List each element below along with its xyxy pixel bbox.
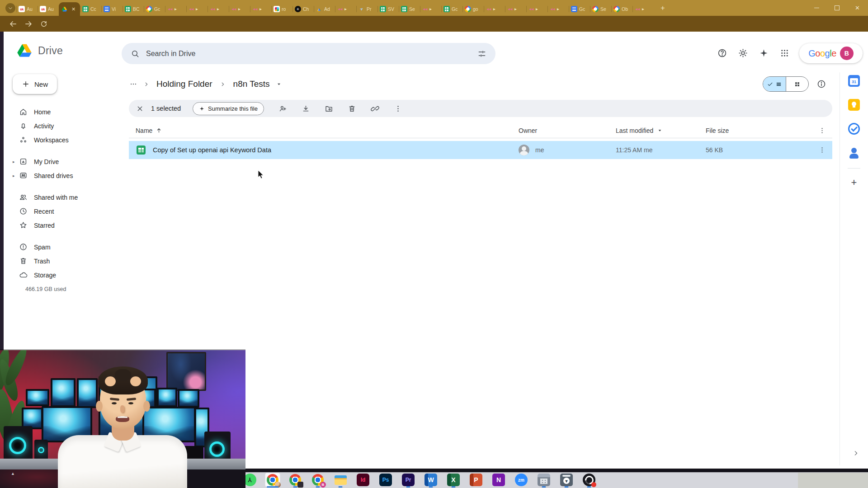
taskbar-app-icon[interactable] [401, 473, 415, 487]
folder-menu-caret-icon[interactable] [275, 80, 283, 88]
file-more-actions-icon[interactable] [818, 146, 826, 154]
browser-tab[interactable]: ✕ [505, 2, 526, 16]
column-settings-icon[interactable] [818, 127, 826, 134]
browser-tab[interactable]: Ch ✕ [292, 2, 314, 16]
browser-tab[interactable]: BC ✕ [123, 2, 144, 16]
sidebar-item[interactable]: ▸ Spam [6, 240, 118, 254]
tasks-icon[interactable] [848, 123, 860, 135]
window-minimize-button[interactable] [807, 0, 827, 16]
browser-tab[interactable]: Se ✕ [399, 2, 420, 16]
taskbar-app-icon[interactable] [424, 473, 438, 487]
taskbar-app-icon[interactable] [378, 473, 393, 487]
browser-tab[interactable]: Se ✕ [590, 2, 611, 16]
sidebar-item[interactable]: ▸ My Drive [6, 155, 118, 169]
browser-tab[interactable]: ✕ [186, 2, 208, 16]
browser-tab[interactable]: ✕ [250, 2, 271, 16]
search-input[interactable] [146, 50, 471, 58]
window-maximize-button[interactable] [827, 0, 847, 16]
taskbar-app-icon[interactable] [288, 473, 302, 487]
settings-gear-icon[interactable] [738, 48, 748, 58]
file-name[interactable]: Copy of Set up openai api Keyword Data [153, 141, 271, 159]
details-info-button[interactable] [816, 79, 826, 89]
breadcrumb-more-button[interactable] [127, 80, 140, 88]
calendar-icon[interactable] [848, 75, 860, 87]
browser-tab[interactable]: Au ✕ [38, 2, 59, 16]
browser-tab[interactable]: Ob ✕ [611, 2, 632, 16]
browser-tab[interactable]: Vi ✕ [101, 2, 123, 16]
sidebar-item[interactable]: ▸ Shared with me [6, 190, 118, 204]
sidebar-item[interactable]: ▸ Home [6, 105, 118, 119]
more-actions-button[interactable] [394, 104, 402, 113]
taskbar-app-icon[interactable] [356, 473, 370, 487]
browser-tab[interactable]: ✕ [165, 2, 186, 16]
gemini-sparkle-icon[interactable] [759, 48, 769, 58]
back-button[interactable] [8, 19, 18, 29]
keep-notes-icon[interactable] [848, 99, 860, 111]
browser-tab[interactable]: Ad ✕ [314, 2, 335, 16]
trash-button[interactable] [348, 104, 356, 113]
sidebar-item[interactable]: ▸ Recent [6, 204, 118, 218]
new-button[interactable]: New [13, 74, 57, 94]
share-add-person-button[interactable] [278, 104, 287, 113]
copy-link-button[interactable] [371, 104, 379, 113]
taskbar-app-icon[interactable] [559, 473, 574, 487]
sidebar-item[interactable]: ▸ Starred [6, 218, 118, 232]
tab-close-icon[interactable]: ✕ [71, 7, 75, 12]
breadcrumb-parent-folder[interactable]: Holding Folder [152, 79, 217, 89]
browser-tab[interactable]: Gc ✕ [144, 2, 165, 16]
breadcrumb-current-folder[interactable]: n8n Tests [229, 79, 274, 89]
browser-tab[interactable]: ro ✕ [271, 2, 292, 16]
browser-tab[interactable]: Pr ✕ [356, 2, 377, 16]
google-apps-grid-icon[interactable] [779, 48, 790, 58]
browser-tab[interactable]: Cc ✕ [80, 2, 101, 16]
taskbar-app-icon[interactable] [265, 473, 280, 487]
clear-selection-button[interactable] [136, 105, 144, 113]
browser-tab[interactable]: Au ✕ [16, 2, 38, 16]
refresh-button[interactable] [39, 19, 49, 29]
browser-tab[interactable]: Gc ✕ [441, 2, 462, 16]
Copy of Set up openai api Keyword Data[interactable]: Copy of Set up openai api Keyword Data m… [129, 141, 832, 159]
browser-tab[interactable]: ✕ [208, 2, 229, 16]
summarize-file-button[interactable]: Summarize this file [193, 102, 264, 115]
drive-logo[interactable]: Drive [16, 42, 63, 59]
sidebar-item[interactable]: ▸ Workspaces [6, 133, 118, 147]
sidebar-item[interactable]: ▸ Storage [6, 268, 118, 282]
taskbar-app-icon[interactable] [469, 473, 483, 487]
account-pill[interactable]: Google B [799, 43, 863, 63]
taskbar-app-icon[interactable] [582, 473, 596, 487]
taskbar-app-icon[interactable] [491, 473, 506, 487]
sidebar-item[interactable]: ▸ Activity [6, 119, 118, 133]
taskbar-app-icon[interactable] [514, 473, 528, 487]
browser-tab[interactable]: SV ✕ [377, 2, 399, 16]
tab-search-button[interactable] [5, 3, 15, 13]
column-header-size[interactable]: File size [706, 123, 729, 138]
move-to-folder-button[interactable] [325, 104, 333, 113]
browser-tab[interactable]: ✕ [229, 2, 250, 16]
sidebar-item[interactable]: ▸ Shared drives [6, 169, 118, 183]
drive-search-bar[interactable] [122, 43, 495, 64]
list-view-button[interactable] [763, 77, 786, 91]
browser-tab[interactable]: ✕ [59, 2, 80, 16]
expand-chevron-icon[interactable]: ▸ [13, 160, 19, 164]
advanced-search-icon[interactable] [477, 49, 486, 58]
download-button[interactable] [302, 104, 310, 113]
column-header-name[interactable]: Name [136, 123, 162, 138]
taskbar-app-icon[interactable] [537, 473, 551, 487]
browser-tab[interactable]: Gc ✕ [569, 2, 590, 16]
taskbar-app-icon[interactable]: B [311, 473, 325, 487]
column-header-owner[interactable]: Owner [519, 123, 537, 138]
browser-tab[interactable]: ✕ [526, 2, 547, 16]
browser-tab[interactable]: ✕ [632, 2, 654, 16]
taskbar-app-icon[interactable] [333, 473, 348, 487]
expand-chevron-icon[interactable]: ▸ [13, 174, 19, 178]
get-add-ons-icon[interactable]: + [848, 178, 860, 190]
sidebar-item[interactable]: ▸ Trash [6, 254, 118, 268]
help-icon[interactable] [717, 48, 727, 58]
window-close-button[interactable]: ✕ [847, 0, 868, 16]
grid-view-button[interactable] [786, 77, 809, 91]
contacts-icon[interactable] [848, 147, 860, 159]
browser-tab[interactable]: ✕ [484, 2, 505, 16]
taskbar-app-icon[interactable] [446, 473, 461, 487]
column-header-modified[interactable]: Last modified [616, 123, 663, 138]
browser-tab[interactable]: go ✕ [462, 2, 484, 16]
